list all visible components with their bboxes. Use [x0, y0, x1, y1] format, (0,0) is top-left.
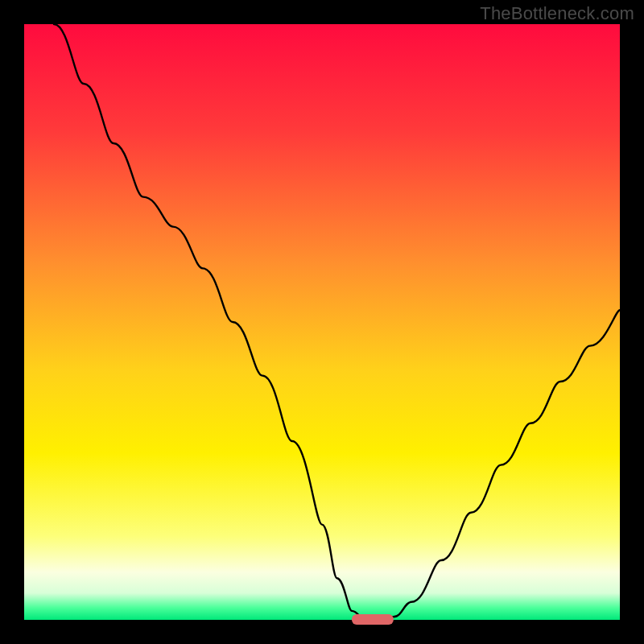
minimum-marker [352, 614, 394, 625]
plot-background [24, 24, 620, 620]
bottleneck-chart [0, 0, 644, 644]
watermark-text: TheBottleneck.com [480, 3, 634, 24]
chart-frame: TheBottleneck.com [0, 0, 644, 644]
